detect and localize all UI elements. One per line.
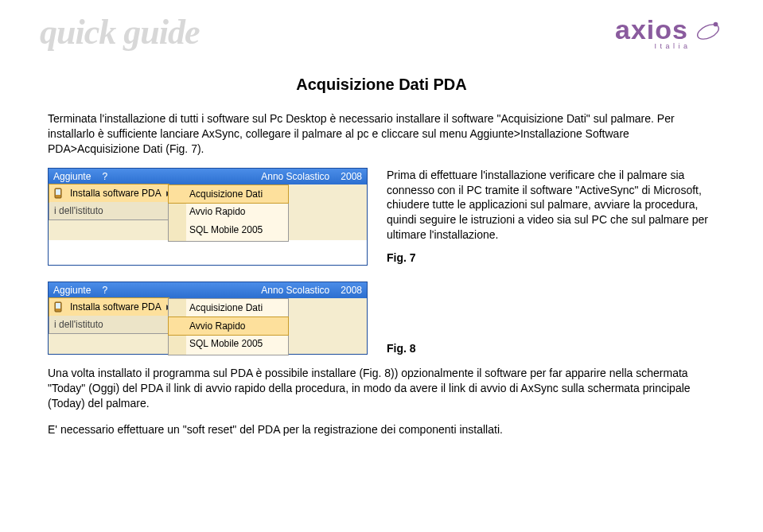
menu-help-2[interactable]: ? bbox=[102, 285, 107, 296]
menu-screenshot-fig7: Aggiunte ? Anno Scolastico 2008 Installa… bbox=[48, 168, 368, 266]
fig7-label: Fig. 7 bbox=[387, 250, 715, 266]
dropdown-level2: Acquisizione Dati Avvio Rapido SQL Mobil… bbox=[168, 184, 289, 242]
submenu-acquisizione[interactable]: Acquisizione Dati bbox=[168, 184, 289, 204]
submenu-avvio-b[interactable]: Avvio Rapido bbox=[168, 316, 289, 336]
menu-screenshot-fig8: Aggiunte ? Anno Scolastico 2008 Installa… bbox=[48, 282, 368, 355]
dropdown-level1: Installa software PDA ▶ i dell'istituto bbox=[49, 184, 169, 220]
dropdown-level2-b: Acquisizione Dati Avvio Rapido SQL Mobil… bbox=[168, 298, 289, 355]
content: Acquisizione Dati PDA Terminata l'instal… bbox=[0, 0, 763, 456]
submenu-sql[interactable]: SQL Mobile 2005 bbox=[169, 221, 288, 239]
crumb-text: i dell'istituto bbox=[49, 202, 169, 219]
menu-anno-value-2: 2008 bbox=[341, 285, 362, 296]
fig7-description: Prima di effettuare l'installazione veri… bbox=[387, 168, 715, 266]
menu-aggiunte-2[interactable]: Aggiunte bbox=[53, 285, 91, 296]
header: quick guide axios I t a l i a bbox=[0, 0, 763, 64]
menu-item-install-label: Installa software PDA bbox=[70, 188, 162, 199]
menu-anno-label: Anno Scolastico bbox=[261, 171, 329, 182]
figure-7-row: Aggiunte ? Anno Scolastico 2008 Installa… bbox=[48, 168, 715, 266]
menu-anno-value: 2008 bbox=[341, 171, 362, 182]
page-title: Acquisizione Dati PDA bbox=[48, 76, 715, 94]
quick-guide-text: quick guide bbox=[40, 12, 199, 52]
dropdown-level1-b: Installa software PDA ▶ i dell'istituto bbox=[49, 298, 169, 334]
submenu-avvio[interactable]: Avvio Rapido bbox=[169, 203, 288, 221]
crumb-text-b: i dell'istituto bbox=[49, 316, 169, 333]
menu-item-install-pda[interactable]: Installa software PDA ▶ bbox=[49, 184, 169, 203]
pda-icon bbox=[53, 187, 65, 200]
axios-logo: axios I t a l i a bbox=[615, 14, 723, 50]
submenu-sql-b[interactable]: SQL Mobile 2005 bbox=[169, 335, 288, 353]
menubar: Aggiunte ? Anno Scolastico 2008 bbox=[49, 169, 367, 184]
svg-point-1 bbox=[714, 22, 718, 27]
fig8-label: Fig. 8 bbox=[387, 342, 416, 355]
menu-aggiunte[interactable]: Aggiunte bbox=[53, 171, 91, 182]
closing-paragraph-1: Una volta installato il programma sul PD… bbox=[48, 366, 715, 411]
menu-item-install-pda-b[interactable]: Installa software PDA ▶ bbox=[49, 297, 169, 316]
brand-name: axios bbox=[615, 14, 688, 45]
fig7-text: Prima di effettuare l'installazione veri… bbox=[387, 168, 715, 243]
submenu-acquisizione-b[interactable]: Acquisizione Dati bbox=[169, 299, 288, 317]
closing-paragraph-2: E' necessario effettuare un "soft reset"… bbox=[48, 422, 715, 437]
menu-help[interactable]: ? bbox=[102, 171, 107, 182]
intro-paragraph: Terminata l'installazione di tutti i sof… bbox=[48, 111, 715, 157]
menubar-2: Aggiunte ? Anno Scolastico 2008 bbox=[49, 282, 367, 298]
orbit-icon bbox=[693, 17, 723, 47]
figure-8-row: Aggiunte ? Anno Scolastico 2008 Installa… bbox=[48, 282, 715, 355]
menu-anno-label-2: Anno Scolastico bbox=[261, 285, 329, 296]
svg-rect-5 bbox=[56, 303, 60, 309]
svg-rect-3 bbox=[56, 189, 60, 195]
pda-icon-b bbox=[53, 301, 65, 313]
